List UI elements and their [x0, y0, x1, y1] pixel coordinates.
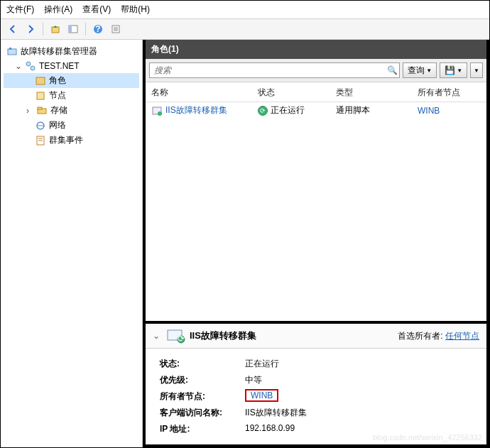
tree-events-label: 群集事件 — [49, 134, 83, 146]
toolbar: ? — [1, 18, 489, 40]
save-button[interactable]: 💾 ▼ — [440, 62, 467, 78]
svg-rect-13 — [36, 77, 45, 84]
list-row[interactable]: IIS故障转移群集 ⟳ 正在运行 通用脚本 WINB — [146, 102, 486, 119]
chevron-down-icon: ▼ — [457, 67, 462, 74]
show-hide-tree-button[interactable] — [65, 21, 81, 37]
menu-file[interactable]: 文件(F) — [6, 4, 34, 16]
expand-icon[interactable]: ⌄ — [15, 61, 22, 71]
tree-nodes-label: 节点 — [49, 89, 66, 102]
properties-button[interactable] — [108, 21, 124, 37]
tree-cluster[interactable]: ⌄ TEST.NET — [4, 59, 139, 73]
svg-text:?: ? — [95, 24, 100, 34]
col-type[interactable]: 类型 — [336, 87, 418, 99]
svg-rect-16 — [38, 107, 42, 109]
lbl-ip: IP 地址: — [160, 423, 245, 435]
lbl-owner: 所有者节点: — [160, 390, 245, 403]
tree-root[interactable]: 故障转移群集管理器 — [4, 44, 139, 59]
tree-view[interactable]: 故障转移群集管理器 ⌄ TEST.NET 角色 节点 › 存储 网络 群集事件 — [1, 40, 143, 447]
svg-rect-10 — [9, 48, 11, 50]
more-button[interactable]: ▼ — [470, 62, 483, 78]
panel-title: 角色(1) — [146, 40, 486, 59]
tree-root-label: 故障转移群集管理器 — [21, 45, 97, 58]
search-icon[interactable]: 🔍 — [385, 65, 399, 75]
val-owner: WINB — [245, 389, 278, 402]
column-headers: 名称 状态 类型 所有者节点 — [146, 82, 486, 102]
back-button[interactable] — [5, 21, 21, 37]
tree-storage-label: 存储 — [50, 104, 67, 116]
svg-rect-2 — [69, 26, 72, 33]
lbl-priority: 优先级: — [160, 374, 245, 386]
svg-point-11 — [26, 62, 31, 66]
collapse-icon[interactable]: ⌄ — [153, 331, 165, 341]
networks-icon — [35, 120, 46, 131]
tree-storage[interactable]: › 存储 — [4, 103, 139, 118]
search-input[interactable] — [150, 65, 385, 75]
tree-events[interactable]: 群集事件 — [4, 133, 139, 148]
roles-icon — [35, 75, 46, 87]
role-icon: ⟳ — [165, 328, 185, 344]
chevron-down-icon: ▼ — [474, 67, 479, 74]
nodes-icon — [35, 90, 46, 102]
status-text: 正在运行 — [271, 104, 305, 116]
menu-view[interactable]: 查看(V) — [82, 4, 111, 16]
pref-owner-link[interactable]: 任何节点 — [445, 331, 479, 341]
menu-help[interactable]: 帮助(H) — [121, 4, 150, 16]
up-button[interactable] — [48, 21, 63, 37]
role-name-link[interactable]: IIS故障转移群集 — [165, 104, 227, 116]
tree-roles[interactable]: 角色 — [4, 73, 139, 88]
type-text: 通用脚本 — [336, 104, 418, 116]
tree-networks-label: 网络 — [49, 119, 66, 131]
svg-point-23 — [158, 111, 162, 116]
svg-point-12 — [31, 66, 35, 70]
svg-rect-0 — [52, 27, 59, 33]
save-icon: 💾 — [445, 65, 455, 75]
val-status: 正在运行 — [245, 358, 279, 370]
menu-bar: 文件(F) 操作(A) 查看(V) 帮助(H) — [1, 1, 489, 18]
query-label: 查询 — [408, 65, 425, 77]
cluster-manager-icon — [6, 46, 18, 58]
val-priority: 中等 — [245, 374, 262, 386]
tree-cluster-label: TEST.NET — [39, 61, 80, 71]
search-box: 🔍 — [149, 62, 400, 78]
status-running-icon: ⟳ — [258, 106, 268, 116]
events-icon — [35, 135, 46, 146]
owner-text: WINB — [418, 106, 481, 116]
detail-panel: ⌄ ⟳ IIS故障转移群集 首选所有者: 任何节点 状态:正在运行 优先级:中等… — [146, 321, 486, 444]
col-owner[interactable]: 所有者节点 — [418, 87, 481, 99]
val-client: IIS故障转移群集 — [245, 407, 307, 419]
svg-text:⟳: ⟳ — [178, 334, 185, 344]
list-area[interactable]: IIS故障转移群集 ⟳ 正在运行 通用脚本 WINB — [146, 102, 486, 318]
forward-button[interactable] — [23, 21, 38, 37]
svg-rect-14 — [37, 92, 44, 99]
tree-networks[interactable]: 网络 — [4, 118, 139, 133]
role-icon — [151, 105, 163, 116]
help-button[interactable]: ? — [90, 21, 106, 37]
cluster-icon — [25, 60, 36, 72]
col-status[interactable]: 状态 — [258, 87, 336, 99]
storage-icon — [36, 105, 48, 116]
lbl-client: 客户端访问名称: — [160, 407, 245, 419]
expand-icon[interactable]: › — [26, 106, 33, 116]
pref-owner-label: 首选所有者: — [398, 331, 442, 341]
query-button[interactable]: 查询 ▼ — [403, 62, 437, 78]
col-name[interactable]: 名称 — [151, 87, 258, 99]
tree-roles-label: 角色 — [49, 75, 66, 87]
tree-nodes[interactable]: 节点 — [4, 88, 139, 103]
chevron-down-icon: ▼ — [426, 67, 432, 74]
val-ip: 192.168.0.99 — [245, 423, 295, 435]
detail-title: IIS故障转移群集 — [190, 329, 256, 342]
lbl-status: 状态: — [160, 358, 245, 370]
search-row: 🔍 查询 ▼ 💾 ▼ ▼ — [146, 59, 486, 82]
menu-action[interactable]: 操作(A) — [44, 4, 72, 16]
svg-rect-9 — [8, 49, 16, 55]
